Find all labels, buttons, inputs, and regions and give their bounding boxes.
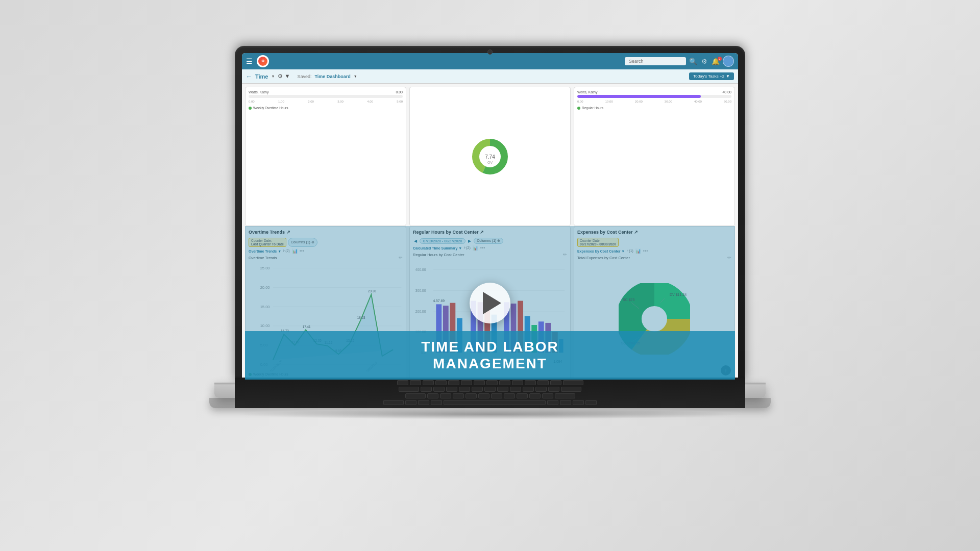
key [461,380,472,385]
x-axis-2: 2.00 [308,100,314,103]
x-axis-3: 3.00 [337,100,344,103]
person-row-2: Watts, Kathy 40.00 [577,90,731,94]
module-dropdown-icon[interactable]: ▼ [271,74,275,78]
rh-x-4: 40.00 [694,100,702,103]
overtime-bar [249,95,403,98]
key [529,393,541,398]
play-triangle-icon [483,292,501,314]
key [497,387,508,392]
keyboard-row-1 [250,380,730,385]
rh-x-3: 30.00 [665,100,672,103]
key-alt-r [560,400,571,405]
bottom-chart-row: Overtime Trends ↗ Counter Date:Last Quar… [245,226,735,380]
notifications-badge[interactable]: ⚙ [700,58,708,65]
rh-x-0: 0.00 [577,100,583,103]
keyboard-row-2 [250,387,730,392]
legend-dot [249,107,252,110]
key [421,387,432,392]
key [525,380,536,385]
keyboard-row-4 [250,400,730,405]
key [517,393,528,398]
key [491,393,502,398]
badge-count: 2 [718,57,722,61]
regular-hours-legend-label: Regular Hours [582,106,603,110]
key [410,380,421,385]
search-input[interactable] [625,57,686,65]
top-chart-row: Watts, Kathy 0.00 0.00 1.00 2.00 3.00 [245,87,735,226]
x-axis-0: 0.00 [249,100,255,103]
key [542,393,553,398]
user-avatar[interactable] [723,56,734,67]
person-label: Watts, Kathy [249,90,268,94]
key-cmd [431,400,442,405]
key [427,393,438,398]
settings-icon[interactable]: ⚙ [700,57,708,66]
key [465,393,477,398]
key [440,393,451,398]
x-axis-1: 1.00 [278,100,284,103]
legend-label: Weekly Overtime Hours [253,106,288,110]
app-logo: ⚙ [257,55,269,67]
regular-hours-legend: Regular Hours [577,106,731,110]
module-title[interactable]: Time [255,73,268,80]
key [486,380,498,385]
key-arrow-r [585,400,597,405]
donut-svg: 7.74 OV [470,136,510,177]
logo-icon: ⚙ [258,57,267,66]
key [512,380,523,385]
person-value: 0.00 [396,90,403,94]
hamburger-menu-icon[interactable]: ☰ [246,57,253,65]
rh-x-5: 50.00 [724,100,731,103]
dashboard-dropdown-icon[interactable]: ▼ [354,74,357,78]
laptop-device: ☰ ⚙ 🔍 ⚙ 🔔 2 [209,46,771,505]
key [397,380,408,385]
regular-hours-bar-fill [577,95,701,98]
person-value-2: 40.00 [722,90,731,94]
key [550,380,561,385]
key [548,387,559,392]
key [433,387,445,392]
rh-x-2: 20.00 [635,100,643,103]
tasks-button[interactable]: Today's Tasks +2 ▼ [689,72,734,80]
laptop-screen: ☰ ⚙ 🔍 ⚙ 🔔 2 [235,46,745,383]
regular-hours-bar [577,95,731,98]
donut-chart-card: 7.74 OV [409,87,571,226]
key [453,393,464,398]
key-wide [555,393,575,398]
key-wide [561,387,581,392]
settings-cog-icon[interactable]: ⚙ ▼ [278,73,290,80]
laptop-shadow [235,409,745,419]
key-fn [405,400,416,405]
person-label-2: Watts, Kathy [577,90,597,94]
key-arrow-l [573,400,584,405]
video-title-line1: TIME AND LABOR [255,338,725,356]
donut-chart-area: 7.74 OV [413,90,567,222]
key [459,387,470,392]
key [504,393,515,398]
regular-hours-legend-dot [577,107,580,110]
key [423,380,434,385]
key [478,393,489,398]
key-wide [563,380,583,385]
key [523,387,534,392]
key-cmd-r [547,400,558,405]
key [448,380,459,385]
rh-x-1: 10.00 [605,100,613,103]
dashboard-name[interactable]: Time Dashboard [314,74,350,79]
weekly-overtime-card: Watts, Kathy 0.00 0.00 1.00 2.00 3.00 [245,87,406,226]
laptop-base [214,383,766,398]
key [474,380,485,385]
play-button[interactable] [470,283,510,323]
overtime-legend: Weekly Overtime Hours [249,106,403,110]
video-title-box: TIME AND LABOR MANAGEMENT [245,331,735,380]
video-overlay[interactable]: TIME AND LABOR MANAGEMENT [245,226,735,380]
key-wide [405,393,426,398]
search-icon[interactable]: 🔍 [688,57,698,66]
keyboard-rows [235,378,745,408]
svg-text:OV: OV [487,161,493,164]
key-alt [418,400,429,405]
alert-badge[interactable]: 🔔 2 [710,58,721,65]
back-button[interactable]: ← [246,73,252,80]
key [484,387,496,392]
tasks-dropdown-icon: ▼ [726,74,730,79]
